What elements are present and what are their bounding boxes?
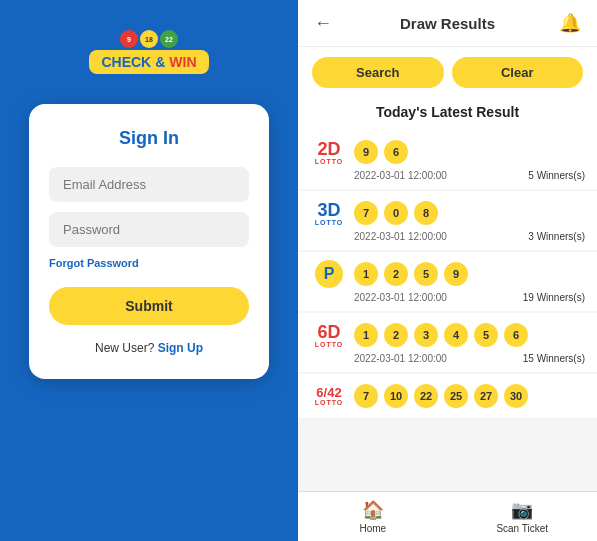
page-title: Draw Results [400,15,495,32]
logo-check-text: CHECK [101,54,151,70]
home-icon: 🏠 [362,499,384,521]
results-list: 2D LOTTO 9 6 2022-03-01 12:00:00 5 Winne… [298,130,597,541]
sign-in-title: Sign In [49,128,249,149]
result-row-642: 6/42 LOTTO 7 10 22 25 27 30 [310,382,585,410]
nav-scan[interactable]: 📷 Scan Ticket [448,492,598,541]
new-user-label: New User? [95,341,154,355]
back-button[interactable]: ← [314,13,332,34]
lotto-2d-logo: 2D LOTTO [310,138,348,166]
winners-p3: 19 Winners(s) [523,292,585,303]
number-ball: 9 [444,262,468,286]
result-item-642: 6/42 LOTTO 7 10 22 25 27 30 [298,374,597,418]
winners-2d: 5 Winners(s) [528,170,585,181]
ball-yellow: 18 [140,30,158,48]
sign-up-link[interactable]: Sign Up [158,341,203,355]
result-info-3d: 2022-03-01 12:00:00 3 Winners(s) [310,231,585,242]
number-ball: 7 [354,201,378,225]
result-item-3d: 3D LOTTO 7 0 8 2022-03-01 12:00:00 3 Win… [298,191,597,250]
logo-balls: 9 18 22 [120,30,178,48]
result-info-2d: 2022-03-01 12:00:00 5 Winners(s) [310,170,585,181]
sign-in-card: Sign In Forgot Password Submit New User?… [29,104,269,379]
nav-home[interactable]: 🏠 Home [298,492,448,541]
logo-sign: CHECK & WIN [89,50,208,74]
number-ball: 27 [474,384,498,408]
email-field[interactable] [49,167,249,202]
datetime-3d: 2022-03-01 12:00:00 [354,231,447,242]
number-ball: 3 [414,323,438,347]
clear-button[interactable]: Clear [452,57,584,88]
number-ball: 9 [354,140,378,164]
datetime-p3: 2022-03-01 12:00:00 [354,292,447,303]
result-row-2d: 2D LOTTO 9 6 [310,138,585,166]
lotto-p3-logo: P [310,260,348,288]
logo-ampersand: & [155,54,165,70]
result-item-p3: P 1 2 5 9 2022-03-01 12:00:00 19 Winners… [298,252,597,311]
number-ball: 10 [384,384,408,408]
logo-win-text: WIN [169,54,196,70]
number-ball: 7 [354,384,378,408]
bell-icon[interactable]: 🔔 [559,12,581,34]
lotto-3d-logo: 3D LOTTO [310,199,348,227]
search-button[interactable]: Search [312,57,444,88]
right-panel: ← Draw Results 🔔 Search Clear Today's La… [298,0,597,541]
number-ball: 5 [474,323,498,347]
winners-6d: 15 Winners(s) [523,353,585,364]
password-field[interactable] [49,212,249,247]
top-bar: ← Draw Results 🔔 [298,0,597,47]
new-user-text: New User? Sign Up [49,341,249,355]
bottom-nav: 🏠 Home 📷 Scan Ticket [298,491,597,541]
number-ball: 1 [354,262,378,286]
result-item-6d: 6D LOTTO 1 2 3 4 5 6 2022-03-01 12:00:00… [298,313,597,372]
datetime-2d: 2022-03-01 12:00:00 [354,170,447,181]
lotto-6d-logo: 6D LOTTO [310,321,348,349]
ball-green: 22 [160,30,178,48]
number-ball: 2 [384,323,408,347]
logo-container: 9 18 22 CHECK & WIN [89,30,208,74]
result-info-p3: 2022-03-01 12:00:00 19 Winners(s) [310,292,585,303]
result-row-6d: 6D LOTTO 1 2 3 4 5 6 [310,321,585,349]
number-ball: 1 [354,323,378,347]
scan-icon: 📷 [511,499,533,521]
winners-3d: 3 Winners(s) [528,231,585,242]
number-ball: 22 [414,384,438,408]
result-info-6d: 2022-03-01 12:00:00 15 Winners(s) [310,353,585,364]
number-ball: 4 [444,323,468,347]
datetime-6d: 2022-03-01 12:00:00 [354,353,447,364]
result-row-p3: P 1 2 5 9 [310,260,585,288]
ball-red: 9 [120,30,138,48]
left-panel: 9 18 22 CHECK & WIN Sign In Forgot Passw… [0,0,298,541]
number-ball: 0 [384,201,408,225]
number-ball: 8 [414,201,438,225]
latest-result-title: Today's Latest Result [298,98,597,130]
forgot-password-link[interactable]: Forgot Password [49,257,249,269]
scan-label: Scan Ticket [496,523,548,534]
result-row-3d: 3D LOTTO 7 0 8 [310,199,585,227]
number-ball: 30 [504,384,528,408]
home-label: Home [359,523,386,534]
number-ball: 6 [384,140,408,164]
result-item-2d: 2D LOTTO 9 6 2022-03-01 12:00:00 5 Winne… [298,130,597,189]
number-ball: 5 [414,262,438,286]
search-area: Search Clear [298,47,597,98]
number-ball: 2 [384,262,408,286]
lotto-642-logo: 6/42 LOTTO [310,382,348,410]
number-ball: 25 [444,384,468,408]
submit-button[interactable]: Submit [49,287,249,325]
number-ball: 6 [504,323,528,347]
